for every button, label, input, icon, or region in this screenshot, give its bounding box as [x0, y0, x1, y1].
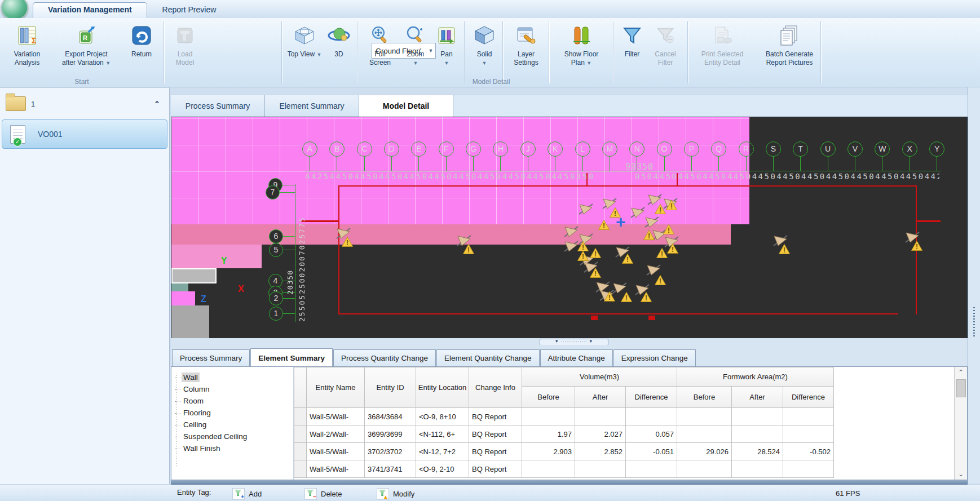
sidebar-item-vo001[interactable]: ✓VO001: [2, 119, 167, 149]
cell-value[interactable]: [575, 408, 626, 425]
scrollbar-thumb[interactable]: [956, 379, 966, 397]
row-selector-header[interactable]: [294, 367, 307, 408]
variation-analysis-button[interactable]: Σ Variation Analysis: [5, 21, 50, 67]
cell-value[interactable]: -0.051: [626, 443, 677, 460]
top-view-button[interactable]: Top View ▼: [287, 21, 322, 59]
cell-value[interactable]: 1.97: [522, 425, 575, 443]
cell-change-info[interactable]: BQ Report: [469, 460, 522, 478]
tree-item-ceiling[interactable]: Ceiling: [182, 420, 208, 429]
cell-value[interactable]: [783, 425, 834, 443]
warning-marker[interactable]: !: [590, 268, 602, 281]
cell-value[interactable]: [732, 460, 783, 478]
zoom-button[interactable]: Zoom▼: [401, 21, 430, 68]
tree-item-wall-finish[interactable]: Wall Finish: [182, 444, 222, 453]
warning-marker[interactable]: !: [667, 243, 679, 256]
result-tab-expression-change[interactable]: Expression Change: [613, 349, 696, 366]
layer-settings-button[interactable]: LayerSettings: [508, 21, 544, 67]
cell-value[interactable]: [677, 425, 732, 443]
return-button[interactable]: Return: [125, 21, 158, 59]
result-tab-process-summary[interactable]: Process Summary: [172, 349, 250, 366]
result-tab-element-summary[interactable]: Element Summary: [250, 348, 333, 366]
horizontal-splitter[interactable]: ▼ ·············· ▼: [171, 338, 968, 345]
collapse-chevron-icon[interactable]: ⌃: [154, 100, 160, 108]
table-vertical-scrollbar[interactable]: ⌃ ⌄: [954, 367, 967, 480]
view-3d-button[interactable]: 3D: [325, 21, 352, 59]
group-header[interactable]: Formwork Area(m2): [677, 367, 834, 387]
warning-marker[interactable]: !: [666, 200, 678, 213]
cell-value[interactable]: [575, 460, 626, 478]
column-header[interactable]: Entity Location: [416, 367, 469, 408]
cell-entity-location[interactable]: <N-12, 7+2: [416, 443, 469, 460]
tree-item-suspended-ceiling[interactable]: Suspended Ceiling: [182, 432, 249, 441]
result-tab-element-quantity-change[interactable]: Element Quantity Change: [436, 349, 540, 366]
cell-value[interactable]: [732, 425, 783, 443]
warning-marker[interactable]: !: [656, 248, 668, 261]
cell-entity-location[interactable]: <O-9, 8+10: [416, 408, 469, 425]
cell-entity-name[interactable]: Wall-5/Wall-: [307, 460, 365, 478]
row-selector[interactable]: [294, 408, 307, 425]
scroll-up-icon[interactable]: ⌃: [955, 369, 967, 376]
table-row[interactable]: Wall-2/Wall-3699/3699<N-112, 6+BQ Report…: [294, 425, 834, 443]
warning-marker[interactable]: !: [598, 220, 610, 233]
tree-item-column[interactable]: Column: [182, 384, 211, 394]
cell-value[interactable]: [783, 408, 834, 425]
cell-change-info[interactable]: BQ Report: [469, 443, 522, 460]
tree-item-flooring[interactable]: Flooring: [182, 408, 213, 418]
show-floor-plan-button[interactable]: Show FloorPlan ▼: [554, 21, 608, 68]
cell-value[interactable]: 0.057: [626, 425, 677, 443]
tree-item-wall[interactable]: Wall: [182, 373, 200, 382]
view-tab-process-summary[interactable]: Process Summary: [171, 95, 265, 117]
cell-value[interactable]: 28.524: [732, 443, 783, 460]
app-menu-button[interactable]: [1, 0, 28, 20]
scroll-down-icon[interactable]: ⌄: [955, 471, 967, 478]
cancel-filter-button[interactable]: CancelFilter: [648, 21, 683, 67]
solid-button[interactable]: Solid▼: [470, 21, 499, 68]
cell-entity-id[interactable]: 3702/3702: [365, 443, 416, 460]
row-selector[interactable]: [294, 425, 307, 443]
cell-value[interactable]: [626, 460, 677, 478]
tree-item-room[interactable]: Room: [182, 396, 205, 406]
element-summary-table[interactable]: Entity NameEntity IDEntity LocationChang…: [294, 367, 834, 478]
cell-entity-name[interactable]: Wall-2/Wall-: [307, 425, 365, 443]
row-selector[interactable]: [294, 460, 307, 478]
warning-marker[interactable]: !: [621, 292, 633, 305]
sub-column-header[interactable]: After: [575, 387, 626, 408]
load-model-button[interactable]: LoadModel: [169, 21, 201, 67]
export-project-button[interactable]: R Export Projectafter Variation ▼: [52, 21, 121, 68]
row-selector[interactable]: [294, 443, 307, 460]
sub-column-header[interactable]: After: [732, 387, 783, 408]
warning-marker[interactable]: !: [641, 292, 652, 305]
group-header[interactable]: Volume(m3): [522, 367, 677, 387]
panel-bottom-scroll-strip[interactable]: [171, 480, 968, 485]
cell-value[interactable]: [732, 408, 783, 425]
view-tab-element-summary[interactable]: Element Summary: [265, 95, 359, 117]
pan-button[interactable]: Pan▼: [434, 21, 460, 68]
warning-marker[interactable]: !: [663, 224, 675, 237]
ribbon-tab-report-preview[interactable]: Report Preview: [147, 2, 232, 18]
table-row[interactable]: Wall-5/Wall-3741/3741<O-9, 2-10BQ Report: [294, 460, 834, 478]
cell-entity-id[interactable]: 3699/3699: [365, 425, 416, 443]
sub-column-header[interactable]: Before: [522, 387, 575, 408]
column-header[interactable]: Entity ID: [365, 367, 416, 408]
warning-marker[interactable]: !: [655, 275, 666, 288]
view-tab-model-detail[interactable]: Model Detail: [359, 95, 453, 117]
warning-marker[interactable]: !: [655, 204, 666, 217]
cell-entity-name[interactable]: Wall-5/Wall-: [307, 443, 365, 460]
filter-button[interactable]: Filter: [619, 21, 646, 59]
full-screen-button[interactable]: FullScreen: [363, 21, 398, 67]
warning-marker[interactable]: !: [643, 230, 655, 243]
cell-entity-location[interactable]: <O-9, 2-10: [416, 460, 469, 478]
model-viewport-canvas[interactable]: ABCDEFGHJKLMNOPQRSTUVWXY9765432199350442…: [171, 117, 968, 339]
cell-value[interactable]: [677, 408, 732, 425]
cell-entity-id[interactable]: 3741/3741: [365, 460, 416, 478]
warning-marker[interactable]: !: [577, 251, 589, 264]
cell-value[interactable]: [783, 460, 834, 478]
cell-entity-name[interactable]: Wall-5/Wall-: [307, 408, 365, 425]
column-header[interactable]: Entity Name: [307, 367, 365, 408]
cell-value[interactable]: 29.026: [677, 443, 732, 460]
warning-marker[interactable]: !: [590, 248, 602, 261]
sub-column-header[interactable]: Difference: [783, 387, 834, 408]
warning-marker[interactable]: !: [622, 254, 634, 267]
cell-value[interactable]: [522, 408, 575, 425]
ribbon-tab-variation-management[interactable]: Variation Management: [33, 2, 147, 18]
